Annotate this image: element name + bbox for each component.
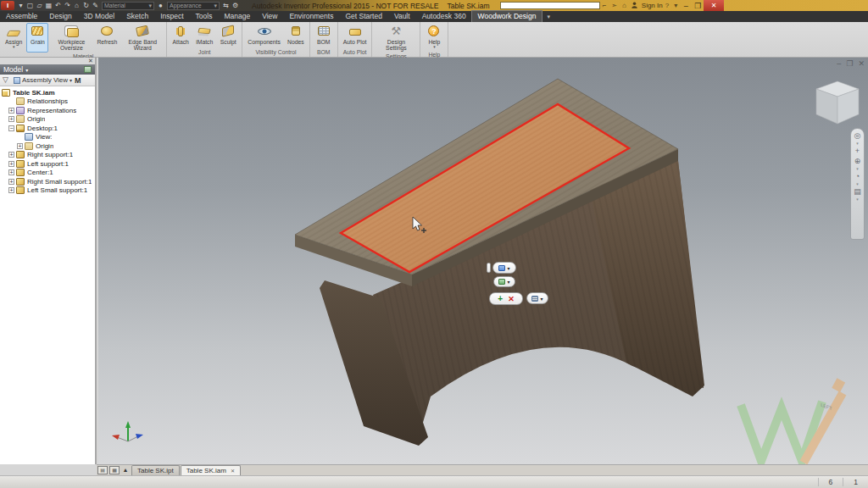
expander-icon[interactable]: − (8, 125, 14, 131)
tree-item[interactable]: + Origin (0, 115, 95, 125)
panel-return-icon[interactable] (84, 66, 92, 73)
view-mode-selector[interactable]: Assembly View (22, 76, 68, 84)
chevron-down-icon[interactable]: ▾ (856, 197, 859, 201)
update-icon[interactable]: ↻ (81, 1, 91, 10)
mini-toolbar-options[interactable]: ▾ (526, 292, 548, 304)
help-menu-icon[interactable]: ? (665, 2, 669, 9)
mini-toolbar-handle[interactable] (487, 263, 491, 273)
save-icon[interactable]: ▦ (44, 1, 53, 10)
tab-vault[interactable]: Vault (388, 11, 416, 22)
edge-band-wizard-button[interactable]: Edge Band Wizard (121, 23, 164, 53)
pan-icon[interactable]: + (855, 147, 860, 155)
mini-toolbar-face-option[interactable]: ▾ (492, 262, 516, 274)
inventor-logo-icon[interactable]: I (1, 1, 14, 10)
chevron-down-icon[interactable]: ▾ (856, 182, 859, 186)
imatch-button[interactable]: iMatch (193, 23, 215, 48)
tab-view[interactable]: View (256, 11, 283, 22)
sculpt-button[interactable]: Sculpt (217, 23, 239, 48)
close-tab-icon[interactable]: ✕ (231, 469, 235, 474)
panel-close-icon[interactable]: ✕ (86, 58, 95, 64)
doc-tab-table-sk-ipt[interactable]: Table SK.ipt (131, 465, 180, 475)
expander-icon[interactable]: + (8, 161, 14, 167)
filter-icon[interactable]: ▽ (3, 76, 10, 84)
model-3d-scene[interactable]: TOP LEFT FRONT (98, 58, 868, 464)
appearance-swatch-icon[interactable]: ● (156, 1, 165, 10)
doc-close-icon[interactable]: ✕ (858, 59, 865, 68)
adjust-icon[interactable]: ⇆ (221, 1, 231, 10)
undo-icon[interactable]: ↶ (53, 1, 63, 10)
material-combo[interactable]: Material ▾ (102, 2, 154, 10)
zoom-icon[interactable]: ⊕ (854, 157, 861, 165)
expand-tabs-icon[interactable]: ▲ (121, 466, 130, 474)
mini-toolbar-grain-option[interactable]: ▾ (493, 276, 515, 287)
open-file-icon[interactable]: ▱ (35, 1, 44, 10)
search-input[interactable] (500, 2, 600, 9)
tab-design[interactable]: Design (43, 11, 77, 22)
appearance-combo[interactable]: Appearance ▾ (167, 2, 220, 10)
tab-autodesk-360[interactable]: Autodesk 360 (416, 11, 472, 22)
window-minimize-button[interactable]: – (680, 2, 692, 10)
orbit-icon[interactable]: ◔ (855, 172, 860, 180)
tree-item[interactable]: + Right support:1 (0, 151, 95, 160)
tree-item[interactable]: + Center:1 (0, 169, 95, 178)
ribbon-display-options-icon[interactable]: ▾ (547, 11, 550, 22)
parameters-fx-icon[interactable]: ⚙ (231, 1, 240, 10)
redo-icon[interactable]: ↷ (63, 1, 72, 10)
chevron-down-icon[interactable]: ▾ (856, 167, 859, 170)
nodes-button[interactable]: Nodes (285, 23, 307, 48)
new-file-icon[interactable]: ▢ (25, 1, 35, 10)
tree-item-root[interactable]: Table SK.iam (0, 88, 95, 97)
search-options-icon[interactable]: ⌐ (603, 2, 607, 9)
bom-button[interactable]: BOM (313, 23, 335, 48)
chevron-down-icon[interactable]: ▾ (70, 77, 72, 83)
navigation-wheel-icon[interactable]: ◎ (854, 131, 861, 140)
exchange-apps-icon[interactable]: ➣ (611, 2, 617, 9)
expander-icon[interactable]: + (8, 169, 14, 175)
sign-in-button[interactable]: Sign In (642, 2, 663, 9)
doc-minimize-icon[interactable]: – (837, 59, 841, 68)
home-view-icon[interactable]: ⌂ (72, 1, 81, 10)
tree-item[interactable]: + Left Small support:1 (0, 186, 95, 196)
tree-item[interactable]: View: (0, 133, 95, 142)
components-button[interactable]: Components (245, 23, 283, 48)
tree-item[interactable]: + Right Small support:1 (0, 177, 95, 186)
search-tree-icon[interactable]: M (75, 76, 81, 85)
look-at-icon[interactable]: ▤ (854, 187, 861, 196)
window-restore-button[interactable]: ❐ (692, 2, 704, 10)
expander-icon[interactable]: + (8, 152, 14, 158)
help-button[interactable]: ? Help ▾ (423, 23, 445, 51)
tab-woodwork-design[interactable]: Woodwork Design (472, 11, 542, 22)
measure-icon[interactable]: ✎ (91, 1, 100, 10)
attach-button[interactable]: Attach (170, 23, 192, 48)
expander-icon[interactable]: + (8, 187, 14, 193)
app-menu-chevron-icon[interactable]: ▾ (16, 1, 25, 10)
tab-environments[interactable]: Environments (283, 11, 339, 22)
favorites-icon[interactable]: ⌂ (622, 2, 626, 9)
tab-inspect[interactable]: Inspect (154, 11, 189, 22)
expander-icon[interactable]: + (8, 179, 14, 185)
tree-item[interactable]: − Desktop:1 (0, 124, 95, 133)
tab-3d-model[interactable]: 3D Model (78, 11, 120, 22)
tab-assemble[interactable]: Assemble (0, 11, 43, 22)
apply-button[interactable]: + (498, 295, 503, 303)
grain-button[interactable]: Grain (26, 23, 48, 53)
cancel-button[interactable]: ✕ (508, 295, 515, 303)
tile-windows-icon[interactable]: ▦ (109, 466, 120, 474)
tab-manage[interactable]: Manage (218, 11, 256, 22)
tab-tools[interactable]: Tools (190, 11, 219, 22)
tab-sketch[interactable]: Sketch (120, 11, 154, 22)
auto-plot-button[interactable]: Auto Plot (341, 23, 370, 48)
chevron-down-icon[interactable]: ▾ (674, 2, 677, 9)
doc-tab-table-sk-iam[interactable]: Table SK.iam ✕ (181, 465, 241, 475)
expander-icon[interactable]: + (8, 116, 14, 122)
tree-item[interactable]: Relationships (0, 97, 95, 107)
expander-icon[interactable]: + (17, 143, 23, 149)
workpiece-oversize-button[interactable]: Workpiece Oversize (50, 23, 92, 53)
doc-restore-icon[interactable]: ❐ (846, 59, 853, 68)
expander-icon[interactable]: + (8, 108, 14, 114)
tree-item[interactable]: + Left support:1 (0, 159, 95, 169)
window-close-button[interactable]: ✕ (704, 0, 724, 11)
graphics-viewport[interactable]: TOP LEFT FRONT – ❐ ✕ ◎ ▾ + ⊕ ▾ ◔ ▾ ▤ ▾ ▾… (98, 58, 868, 464)
assign-button[interactable]: Assign ▾ (3, 23, 25, 53)
tree-item[interactable]: + Origin (0, 141, 95, 151)
